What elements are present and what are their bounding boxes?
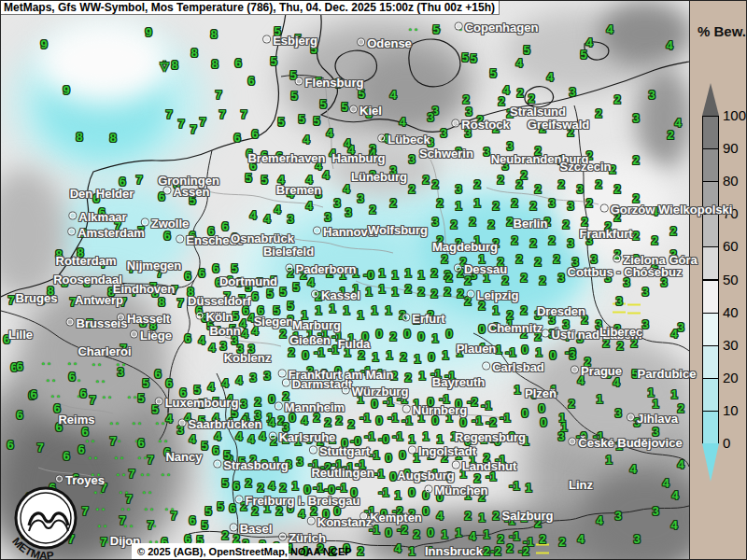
border-path <box>430 160 449 262</box>
copyright-bar[interactable]: © 2025 (AGB), OpenStreetMap, NOAA NCEP <box>132 543 289 560</box>
colorbar-bottom-arrow <box>702 443 719 482</box>
colorbar-segment <box>702 181 719 215</box>
colorbar-tick-label: 80 <box>723 174 739 189</box>
border-path <box>1 277 57 297</box>
legend-title: % Bew. <box>698 23 746 39</box>
map-title-bar: MetMaps, Gfs WW-Symbol, Mos Temperature … <box>1 1 500 15</box>
border-path <box>160 347 179 440</box>
border-path <box>324 78 333 169</box>
colorbar-tick-label: 70 <box>723 206 739 221</box>
border-path <box>317 5 689 132</box>
metmaps-logo[interactable]: METMAPS <box>3 484 87 560</box>
border-path <box>393 402 505 419</box>
border-path <box>1 311 168 413</box>
colorbar-tick-label: 0 <box>723 436 730 451</box>
weather-map[interactable]: ••••••••••••••••••••••••••••••••••••••••… <box>0 0 747 560</box>
colorbar-tick-label: 100 <box>723 108 746 123</box>
colorbar-segment <box>702 313 719 346</box>
border-path <box>356 281 468 300</box>
border-path <box>57 277 194 287</box>
colorbar-tick-label: 40 <box>723 305 739 320</box>
borders-layer <box>1 1 689 560</box>
border-path <box>409 39 460 87</box>
colorbar-top-arrow <box>702 83 719 116</box>
border-path <box>473 333 689 467</box>
colorbar-segment <box>702 345 719 379</box>
border-path <box>281 234 393 253</box>
colorbar-segment <box>702 411 719 444</box>
colorbar-segment <box>702 148 719 182</box>
colorbar-tick-label: 30 <box>723 338 739 353</box>
legend-panel: % Bew. 1009080706050403020100 <box>689 1 747 560</box>
border-path <box>335 50 377 82</box>
border-path <box>217 373 238 548</box>
colorbar-segment <box>702 280 719 314</box>
cloud-shading-layer <box>1 1 689 560</box>
colorbar-tick-label: 60 <box>723 239 739 254</box>
border-path <box>207 191 323 207</box>
border-path <box>179 150 212 347</box>
border-path <box>57 402 113 413</box>
copyright-text[interactable]: © 2025 (AGB), OpenStreetMap, NOAA NCEP <box>137 546 352 557</box>
colorbar-segment <box>702 116 719 149</box>
border-path <box>413 506 689 548</box>
border-path <box>585 42 609 60</box>
colorbar-segment <box>702 246 719 280</box>
map-title: MetMaps, Gfs WW-Symbol, Mos Temperature … <box>4 1 495 14</box>
border-path <box>486 188 599 204</box>
border-path <box>281 76 324 78</box>
colorbar-segment <box>702 378 719 412</box>
colorbar-tick-label: 10 <box>723 403 739 418</box>
colorbar-tick-label: 90 <box>723 141 739 156</box>
border-path <box>38 468 94 477</box>
colorbar-tick-label: 20 <box>723 371 739 385</box>
border-path <box>225 337 281 346</box>
colorbar-segment <box>702 214 719 247</box>
border-path <box>57 5 287 277</box>
border-path <box>574 105 614 329</box>
border-path <box>599 329 689 351</box>
colorbar-tick-label: 50 <box>723 273 739 287</box>
